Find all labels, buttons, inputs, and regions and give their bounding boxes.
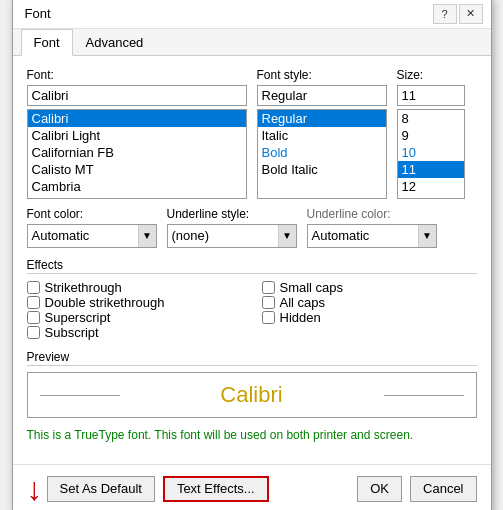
font-size-group: Size: 8 9 10 11 12 [397, 68, 465, 199]
underline-style-value: (none) [172, 228, 276, 243]
double-strikethrough-checkbox[interactable] [27, 296, 40, 309]
tab-font[interactable]: Font [21, 29, 73, 56]
all-caps-item: All caps [262, 295, 477, 310]
small-caps-item: Small caps [262, 280, 477, 295]
underline-style-arrow: ▼ [278, 225, 296, 247]
subscript-checkbox[interactable] [27, 326, 40, 339]
font-item-calibri[interactable]: Calibri [28, 110, 246, 127]
subscript-item: Subscript [27, 325, 242, 340]
style-item-regular[interactable]: Regular [258, 110, 386, 127]
superscript-label: Superscript [45, 310, 111, 325]
effects-grid: Strikethrough Double strikethrough Super… [27, 280, 477, 340]
strikethrough-item: Strikethrough [27, 280, 242, 295]
all-caps-label: All caps [280, 295, 326, 310]
preview-section: Preview Calibri [27, 350, 477, 418]
underline-color-arrow: ▼ [418, 225, 436, 247]
style-item-italic[interactable]: Italic [258, 127, 386, 144]
font-item-californian-fb[interactable]: Californian FB [28, 144, 246, 161]
size-item-12[interactable]: 12 [398, 178, 464, 195]
font-label: Font: [27, 68, 247, 82]
font-input[interactable] [27, 85, 247, 106]
font-style-group: Font style: Regular Italic Bold Bold Ita… [257, 68, 387, 199]
cancel-button[interactable]: Cancel [410, 476, 476, 502]
footer-right: OK Cancel [357, 476, 476, 502]
hidden-item: Hidden [262, 310, 477, 325]
title-bar: Font ? ✕ [13, 0, 491, 29]
superscript-checkbox[interactable] [27, 311, 40, 324]
preview-title: Preview [27, 350, 477, 366]
font-color-select[interactable]: Automatic ▼ [27, 224, 157, 248]
hidden-checkbox[interactable] [262, 311, 275, 324]
font-fields-row: Font: Calibri Calibri Light Californian … [27, 68, 477, 199]
size-list[interactable]: 8 9 10 11 12 [397, 109, 465, 199]
effects-left: Strikethrough Double strikethrough Super… [27, 280, 242, 340]
style-list[interactable]: Regular Italic Bold Bold Italic [257, 109, 387, 199]
preview-line-right [384, 395, 464, 396]
effects-title: Effects [27, 258, 477, 274]
help-button[interactable]: ? [433, 4, 457, 24]
dropdown-row: Font color: Automatic ▼ Underline style:… [27, 207, 477, 248]
underline-color-value: Automatic [312, 228, 416, 243]
font-color-arrow: ▼ [138, 225, 156, 247]
font-dialog: Font ? ✕ Font Advanced Font: Calibri Cal… [12, 0, 492, 510]
underline-style-select[interactable]: (none) ▼ [167, 224, 297, 248]
font-list[interactable]: Calibri Calibri Light Californian FB Cal… [27, 109, 247, 199]
effects-right: Small caps All caps Hidden [262, 280, 477, 340]
size-label: Size: [397, 68, 465, 82]
dialog-title: Font [25, 6, 51, 21]
style-label: Font style: [257, 68, 387, 82]
small-caps-label: Small caps [280, 280, 344, 295]
preview-line-left [40, 395, 120, 396]
underline-style-label: Underline style: [167, 207, 297, 221]
superscript-item: Superscript [27, 310, 242, 325]
font-color-group: Font color: Automatic ▼ [27, 207, 157, 248]
size-item-9[interactable]: 9 [398, 127, 464, 144]
font-item-calisto-mt[interactable]: Calisto MT [28, 161, 246, 178]
arrow-indicator: ↓ [27, 473, 43, 505]
font-item-cambria[interactable]: Cambria [28, 178, 246, 195]
subscript-label: Subscript [45, 325, 99, 340]
double-strikethrough-item: Double strikethrough [27, 295, 242, 310]
size-item-11[interactable]: 11 [398, 161, 464, 178]
tab-advanced[interactable]: Advanced [73, 29, 157, 56]
underline-color-label: Underline color: [307, 207, 437, 221]
font-color-label: Font color: [27, 207, 157, 221]
size-item-10[interactable]: 10 [398, 144, 464, 161]
ok-button[interactable]: OK [357, 476, 402, 502]
style-input[interactable] [257, 85, 387, 106]
all-caps-checkbox[interactable] [262, 296, 275, 309]
underline-color-group: Underline color: Automatic ▼ [307, 207, 437, 248]
size-input[interactable] [397, 85, 465, 106]
info-text: This is a TrueType font. This font will … [27, 428, 477, 442]
font-name-group: Font: Calibri Calibri Light Californian … [27, 68, 247, 199]
font-color-value: Automatic [32, 228, 136, 243]
footer-left: ↓ Set As Default Text Effects... [27, 473, 350, 505]
strikethrough-checkbox[interactable] [27, 281, 40, 294]
preview-text: Calibri [220, 382, 282, 408]
preview-box: Calibri [27, 372, 477, 418]
tab-bar: Font Advanced [13, 29, 491, 56]
strikethrough-label: Strikethrough [45, 280, 122, 295]
set-default-button[interactable]: Set As Default [47, 476, 155, 502]
title-bar-buttons: ? ✕ [433, 4, 483, 24]
dialog-content: Font: Calibri Calibri Light Californian … [13, 56, 491, 464]
font-item-calibri-light[interactable]: Calibri Light [28, 127, 246, 144]
style-item-bold[interactable]: Bold [258, 144, 386, 161]
text-effects-button[interactable]: Text Effects... [163, 476, 269, 502]
small-caps-checkbox[interactable] [262, 281, 275, 294]
effects-section: Effects Strikethrough Double strikethrou… [27, 258, 477, 340]
footer: ↓ Set As Default Text Effects... OK Canc… [13, 464, 491, 511]
close-button[interactable]: ✕ [459, 4, 483, 24]
style-item-bold-italic[interactable]: Bold Italic [258, 161, 386, 178]
underline-color-select[interactable]: Automatic ▼ [307, 224, 437, 248]
hidden-label: Hidden [280, 310, 321, 325]
size-item-8[interactable]: 8 [398, 110, 464, 127]
underline-style-group: Underline style: (none) ▼ [167, 207, 297, 248]
double-strikethrough-label: Double strikethrough [45, 295, 165, 310]
